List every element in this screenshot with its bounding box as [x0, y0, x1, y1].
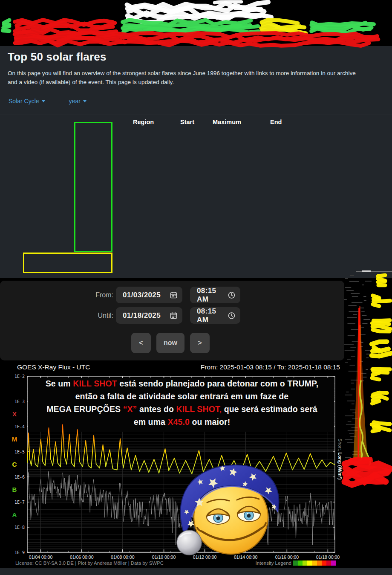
- column-header-start: Start: [171, 119, 207, 125]
- now-button[interactable]: now: [156, 333, 184, 353]
- bottom-strip: [0, 568, 392, 575]
- from-row: From: 01/03/2025 08:15 AM: [89, 287, 240, 303]
- until-date-input[interactable]: 01/18/2025: [116, 307, 182, 324]
- prev-button[interactable]: <: [131, 333, 151, 353]
- until-time-input[interactable]: 08:15 AM: [190, 307, 240, 324]
- table-scrollbar-thumb[interactable]: [362, 270, 371, 272]
- from-time-value: 08:15 AM: [197, 287, 228, 304]
- yellow-annotation-box: [23, 253, 112, 273]
- chart-time-range: From: 2025-01-03 08:15 / To: 2025-01-18 …: [201, 363, 340, 371]
- page-description: On this page you will find an overview o…: [0, 69, 392, 87]
- license-text: License: CC BY-SA 3.0 DE | Plot by Andre…: [15, 560, 164, 566]
- table-scrollbar[interactable]: [356, 271, 392, 272]
- chevron-down-icon: [42, 100, 45, 102]
- year-dropdown-label: year: [69, 98, 81, 105]
- green-annotation-box: [74, 122, 112, 252]
- column-header-maximum: Maximum: [207, 119, 260, 125]
- solar-flares-section: Top 50 solar flares On this page you wil…: [0, 46, 392, 278]
- chart-footer: License: CC BY-SA 3.0 DE | Plot by Andre…: [15, 560, 336, 566]
- annotation-line: Se um KILL SHOT está sendo planejado par…: [28, 377, 336, 390]
- annotation-line: em uma X45.0 ou maior!: [28, 415, 336, 428]
- side-flare-strip: [344, 271, 392, 485]
- clock-icon: [228, 291, 235, 299]
- from-label: From:: [89, 291, 113, 299]
- column-header-end: End: [260, 119, 301, 125]
- until-label: Until:: [89, 312, 113, 319]
- page-title: Top 50 solar flares: [0, 46, 392, 64]
- until-date-value: 01/18/2025: [123, 311, 161, 320]
- intensity-legend-bar: [293, 560, 336, 566]
- chart-title: GOES X-Ray Flux - UTC: [17, 363, 90, 371]
- from-time-input[interactable]: 08:15 AM: [190, 287, 240, 303]
- annotation-overlay-text: Se um KILL SHOT está sendo planejado par…: [28, 377, 336, 428]
- clock-icon: [228, 312, 235, 319]
- until-time-value: 08:15 AM: [197, 307, 228, 324]
- chevron-down-icon: [83, 100, 86, 102]
- calendar-icon: [170, 291, 177, 299]
- filters-row: Solar Cycle year: [9, 98, 392, 105]
- intensity-legend-label: Intensity Legend: [256, 560, 291, 566]
- solar-cycle-dropdown-label: Solar Cycle: [9, 98, 39, 105]
- year-dropdown[interactable]: year: [69, 98, 86, 105]
- description-line-1: On this page you will find an overview o…: [0, 69, 392, 78]
- top-redactions: [3, 2, 378, 46]
- flare-table-header: Region Start Maximum End: [0, 114, 392, 130]
- picker-nav-buttons: < now >: [131, 333, 210, 353]
- solar-cycle-dropdown[interactable]: Solar Cycle: [9, 98, 45, 105]
- datetime-picker-panel: From: 01/03/2025 08:15 AM Until: 01/18/2…: [0, 281, 344, 360]
- next-button[interactable]: >: [190, 333, 210, 353]
- calendar-icon: [170, 312, 177, 319]
- until-row: Until: 01/18/2025 08:15 AM: [89, 307, 240, 324]
- annotation-line: MEGA ERUPÇÕES “X” antes do KILL SHOT, qu…: [28, 403, 336, 415]
- flare-table: Region Start Maximum End: [0, 114, 392, 130]
- from-date-value: 01/03/2025: [123, 291, 161, 299]
- from-date-input[interactable]: 01/03/2025: [116, 287, 182, 303]
- description-line-2: and a video (if available) of the event.…: [0, 78, 392, 87]
- annotation-line: então a falta de atividade solar entrará…: [28, 390, 336, 403]
- intensity-legend: Intensity Legend: [256, 560, 336, 566]
- goes-xray-chart-panel: GOES X-Ray Flux - UTC From: 2025-01-03 0…: [4, 362, 341, 568]
- column-header-region: Region: [122, 119, 171, 125]
- page-root: Top 50 solar flares On this page you wil…: [0, 0, 392, 575]
